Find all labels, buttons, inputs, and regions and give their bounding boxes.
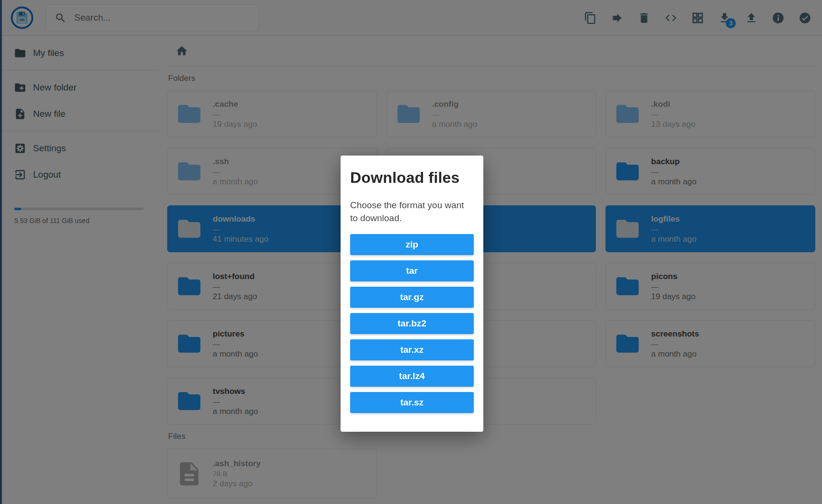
dialog-title: Download files (350, 168, 474, 187)
format-button[interactable]: tar.xz (350, 339, 474, 360)
format-button[interactable]: zip (350, 234, 474, 255)
filebrowser-app: Search... 3 (0, 0, 822, 504)
format-button[interactable]: tar (350, 260, 474, 281)
format-button[interactable]: tar.lz4 (350, 366, 474, 387)
dialog-description: Choose the format you want to download. (350, 199, 474, 224)
format-button[interactable]: tar.bz2 (350, 313, 474, 334)
format-button[interactable]: tar.gz (350, 287, 474, 308)
format-button[interactable]: tar.sz (350, 392, 474, 413)
download-dialog: Download files Choose the format you wan… (341, 156, 483, 432)
format-button-list: ziptartar.gztar.bz2tar.xztar.lz4tar.sz (350, 234, 474, 413)
